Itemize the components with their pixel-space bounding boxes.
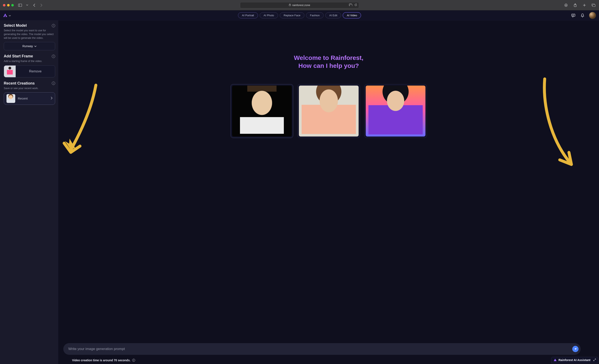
info-icon[interactable]: i: [52, 24, 55, 27]
section-add-start-frame: Add Start Frame i Add a starting frame o…: [4, 54, 55, 77]
sidebar: Select Model i Select the model you want…: [0, 20, 58, 364]
svg-rect-2: [289, 5, 291, 6]
start-frame-thumbnail[interactable]: [4, 66, 16, 77]
prompt-input[interactable]: [68, 347, 570, 351]
info-icon[interactable]: i: [52, 55, 55, 58]
welcome-heading: Welcome to Rainforest, How can I help yo…: [58, 54, 599, 69]
footer-note-text: Video creation time is around 70 seconds…: [72, 359, 131, 362]
tab-label: AI Edit: [329, 14, 337, 17]
main-split: Select Model i Select the model you want…: [0, 20, 599, 364]
window-controls: [3, 4, 14, 7]
tab-label: AI Photo: [264, 14, 274, 17]
share-icon[interactable]: [573, 3, 578, 8]
footer-note: Video creation time is around 70 seconds…: [72, 359, 135, 362]
chevron-right-icon: [51, 97, 53, 100]
model-select[interactable]: Runway: [4, 42, 55, 50]
chat-icon[interactable]: [571, 13, 576, 18]
recent-creations-button[interactable]: Recent: [4, 92, 55, 105]
url-bar[interactable]: rainforest.zone: [240, 2, 359, 8]
app-top-bar: AI Portrait AI Photo Replace Face Fashio…: [0, 10, 599, 20]
lock-icon: [289, 4, 291, 7]
svg-rect-4: [350, 4, 352, 6]
app-shell: AI Portrait AI Photo Replace Face Fashio…: [0, 10, 599, 364]
tab-label: AI Portrait: [242, 14, 254, 17]
tab-overview-icon[interactable]: [591, 3, 596, 8]
select-model-description: Select the model you want to use for gen…: [4, 29, 55, 40]
chevron-down-icon: [34, 44, 36, 48]
tab-ai-portrait[interactable]: AI Portrait: [238, 12, 258, 18]
example-image: [232, 86, 292, 137]
info-icon[interactable]: i: [132, 359, 135, 362]
browser-chrome: rainforest.zone: [0, 0, 599, 10]
select-model-title: Select Model: [4, 23, 27, 28]
tab-ai-video[interactable]: AI Video: [343, 12, 361, 18]
tab-fashion[interactable]: Fashion: [306, 12, 324, 18]
tab-label: Replace Face: [284, 14, 300, 17]
example-image: [299, 86, 359, 137]
canvas: Welcome to Rainforest, How can I help yo…: [58, 20, 599, 364]
info-icon[interactable]: i: [52, 82, 55, 85]
tab-replace-face[interactable]: Replace Face: [280, 12, 304, 18]
top-tabs: AI Portrait AI Photo Replace Face Fashio…: [238, 12, 361, 18]
sidebar-toggle-icon[interactable]: [18, 3, 23, 8]
tab-ai-photo[interactable]: AI Photo: [260, 12, 278, 18]
start-frame-box: Remove: [4, 65, 55, 78]
downloads-icon[interactable]: [564, 3, 569, 8]
new-tab-icon[interactable]: [582, 3, 587, 8]
svg-rect-12: [592, 4, 595, 7]
add-start-frame-title: Add Start Frame: [4, 54, 33, 59]
tab-label: Fashion: [310, 14, 319, 17]
recent-label: Recent: [18, 97, 28, 100]
back-button-icon[interactable]: [32, 3, 37, 8]
bell-icon[interactable]: [580, 13, 585, 18]
remove-start-frame-button[interactable]: Remove: [16, 69, 55, 73]
expand-icon: [593, 358, 596, 362]
prompt-bar: [63, 343, 581, 355]
minimize-window-button[interactable]: [7, 4, 10, 7]
add-start-frame-description: Add a starting frame of the video.: [4, 59, 55, 63]
app-logo-icon: [3, 13, 8, 18]
recent-creations-description: Save or see your recent work.: [4, 87, 55, 90]
tab-ai-edit[interactable]: AI Edit: [325, 12, 341, 18]
remove-label: Remove: [29, 69, 42, 73]
example-card[interactable]: [364, 84, 427, 138]
recent-thumbnail: [7, 94, 15, 103]
section-recent-creations: Recent Creations i Save or see your rece…: [4, 81, 55, 105]
chevron-down-icon: [9, 14, 11, 17]
example-card[interactable]: [230, 84, 293, 138]
app-logo-icon: [554, 358, 557, 362]
assistant-label: Rainforest AI Assistant: [558, 358, 590, 362]
close-window-button[interactable]: [3, 4, 5, 7]
forward-button-icon: [39, 3, 44, 8]
send-icon: [574, 347, 577, 350]
welcome-line-2: How can I help you?: [58, 62, 599, 70]
tab-label: AI Video: [347, 14, 357, 17]
example-image: [366, 86, 425, 137]
user-avatar[interactable]: [589, 12, 596, 19]
recent-creations-title: Recent Creations: [4, 81, 35, 86]
model-select-value: Runway: [22, 44, 33, 48]
svg-rect-13: [572, 14, 575, 16]
app-logo-dropdown[interactable]: [3, 13, 11, 18]
send-button[interactable]: [572, 346, 579, 352]
reload-icon[interactable]: [354, 4, 357, 7]
reader-share-icon[interactable]: [349, 4, 352, 7]
tab-group-dropdown-icon[interactable]: [25, 3, 30, 8]
fullscreen-window-button[interactable]: [11, 4, 14, 7]
example-cards: [58, 84, 599, 138]
assistant-widget[interactable]: Rainforest AI Assistant: [551, 357, 598, 363]
url-text: rainforest.zone: [292, 4, 310, 7]
example-card[interactable]: [297, 84, 360, 138]
welcome-line-1: Welcome to Rainforest,: [58, 54, 599, 62]
svg-rect-0: [18, 4, 22, 7]
section-select-model: Select Model i Select the model you want…: [4, 23, 55, 50]
